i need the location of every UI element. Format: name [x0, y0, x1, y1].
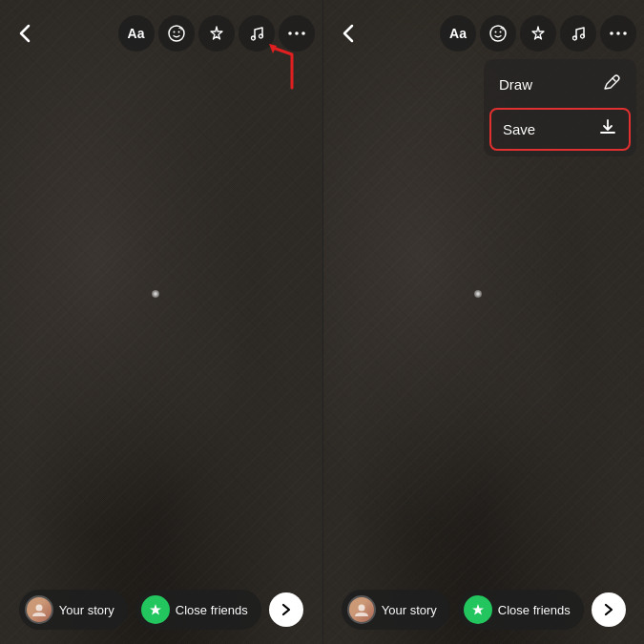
svg-point-2 [177, 31, 179, 33]
toolbar-left: Aa [0, 0, 322, 67]
right-panel: Aa [322, 0, 645, 644]
next-button-left[interactable] [269, 592, 303, 627]
save-icon [598, 117, 617, 141]
svg-point-14 [610, 31, 613, 35]
svg-point-16 [623, 31, 627, 35]
your-story-button-left[interactable]: Your story [19, 590, 128, 630]
svg-point-3 [251, 36, 255, 40]
svg-point-11 [500, 31, 502, 33]
green-star-right [464, 595, 492, 624]
text-button-right[interactable]: Aa [440, 15, 476, 52]
left-panel: Aa [0, 0, 322, 644]
close-friends-button-right[interactable]: Close friends [458, 590, 584, 630]
back-button-right[interactable] [331, 16, 365, 51]
green-star-left [141, 595, 170, 624]
bottom-bar-left: Your story Close friends [0, 575, 322, 644]
svg-point-6 [295, 31, 299, 35]
svg-point-8 [35, 605, 42, 612]
close-friends-label-right: Close friends [498, 603, 571, 617]
music-button-right[interactable] [560, 15, 596, 52]
your-story-label-left: Your story [59, 603, 114, 617]
svg-point-7 [301, 31, 305, 35]
dropdown-menu: Draw Save [484, 59, 636, 156]
background-left [0, 0, 322, 644]
back-button-left[interactable] [8, 16, 42, 51]
draw-icon [602, 73, 621, 96]
svg-point-17 [358, 605, 364, 612]
your-story-label-right: Your story [382, 603, 437, 617]
toolbar-icons-left: Aa [118, 15, 315, 52]
more-button-left[interactable] [279, 15, 315, 52]
close-friends-button-left[interactable]: Close friends [135, 590, 261, 630]
toolbar-right: Aa [323, 0, 645, 67]
effects-button-right[interactable] [520, 15, 556, 52]
next-button-right[interactable] [592, 592, 626, 627]
music-button-left[interactable] [239, 15, 275, 52]
svg-point-10 [495, 31, 497, 33]
light-spot-left [152, 290, 159, 298]
more-button-right[interactable] [600, 15, 636, 52]
svg-point-1 [173, 31, 175, 33]
close-friends-label-left: Close friends [176, 603, 248, 617]
save-label: Save [503, 121, 535, 137]
svg-point-4 [259, 34, 262, 38]
bottom-bar-right: Your story Close friends [323, 575, 645, 644]
sticker-button-left[interactable] [158, 15, 195, 52]
svg-point-12 [573, 36, 577, 40]
draw-label: Draw [499, 76, 532, 93]
avatar-left [25, 595, 53, 624]
avatar-right [347, 595, 376, 624]
toolbar-icons-right: Aa [440, 15, 636, 52]
text-button-left[interactable]: Aa [118, 15, 155, 52]
effects-button-left[interactable] [198, 15, 235, 52]
light-spot-right [474, 290, 482, 298]
save-menu-item[interactable]: Save [489, 108, 631, 151]
svg-point-5 [288, 31, 292, 35]
draw-menu-item[interactable]: Draw [484, 63, 636, 106]
svg-point-15 [616, 31, 620, 35]
sticker-button-right[interactable] [480, 15, 516, 52]
your-story-button-right[interactable]: Your story [342, 590, 450, 630]
svg-point-13 [581, 34, 585, 38]
